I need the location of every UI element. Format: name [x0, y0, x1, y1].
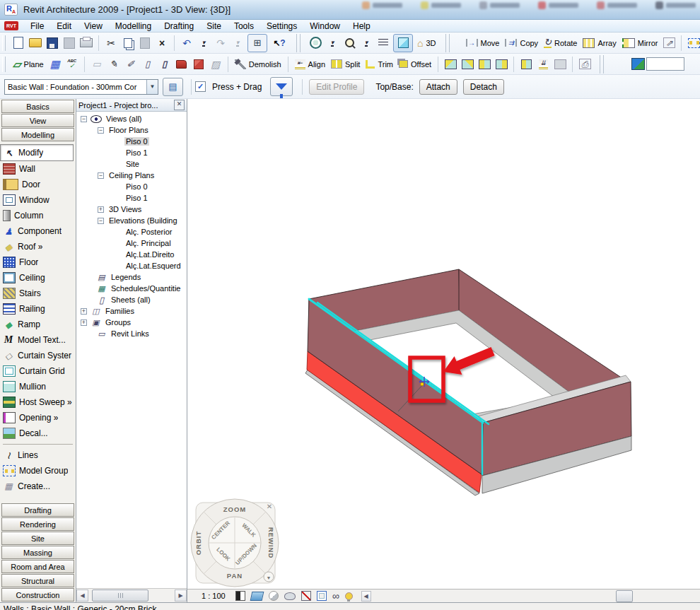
menu-file[interactable]: File [24, 20, 50, 32]
paste-button[interactable] [137, 35, 153, 51]
design-tab-massing[interactable]: Massing [1, 546, 74, 559]
canvas-hscrollbar[interactable]: ◀ [361, 590, 700, 603]
tree-item-piso-1[interactable]: Piso 1 [76, 192, 187, 204]
design-tab-room-and-area[interactable]: Room and Area [1, 560, 74, 573]
default-3d-view-button[interactable] [393, 34, 413, 52]
thin-lines-button[interactable] [375, 35, 391, 51]
project-browser-hscrollbar[interactable]: ◀ ▶ [76, 588, 187, 602]
design-tab-view[interactable]: View [1, 114, 74, 127]
expand-icon[interactable]: + [81, 308, 87, 315]
new-file-button[interactable] [11, 35, 26, 51]
crop-view-icon[interactable] [301, 591, 311, 601]
detach-button[interactable]: Detach [463, 79, 504, 95]
tool-lines[interactable]: Lines [0, 447, 76, 463]
copy-to-clipboard-button[interactable] [120, 35, 136, 51]
press-drag-checkbox[interactable]: ✓ [195, 81, 206, 92]
delete-button[interactable]: × [154, 35, 170, 51]
zoom-button[interactable] [342, 35, 357, 51]
camera-3d-button[interactable]: ⌂3D [417, 38, 436, 48]
tree-item-views-all[interactable]: −Views (all) [76, 113, 187, 124]
menu-drafting[interactable]: Drafting [158, 20, 200, 32]
tree-item-ceiling-plans[interactable]: −Ceiling Plans [76, 170, 187, 181]
toolbar-grip[interactable] [2, 57, 6, 72]
copy-button[interactable]: ⇉Copy [505, 39, 538, 47]
design-tab-construction[interactable]: Construction [1, 588, 74, 602]
tree-item-piso-1[interactable]: Piso 1 [76, 147, 187, 158]
close-icon[interactable]: ✕ [174, 100, 185, 110]
tool-component[interactable]: Component [0, 223, 76, 239]
edit-cut-profile-button[interactable]: ▯ [140, 57, 156, 72]
design-tab-structural[interactable]: Structural [1, 574, 74, 587]
rendering-dialog-icon[interactable] [284, 592, 296, 600]
redo-dropdown[interactable]: ▾ [230, 35, 245, 51]
wall-join-display-button[interactable] [443, 57, 458, 72]
align-button[interactable]: ⇤Align [295, 59, 325, 69]
demolish-button[interactable]: Demolish [235, 59, 281, 69]
expand-icon[interactable]: + [98, 206, 104, 213]
render-region-button[interactable] [630, 57, 646, 72]
tool-stairs[interactable]: Stairs [0, 286, 76, 301]
tree-item-al-lat-esquerd[interactable]: Alç.Lat.Esquerd [76, 260, 187, 271]
chevron-down-icon[interactable]: ▼ [146, 80, 158, 94]
tree-item-revit-links[interactable]: Revit Links [76, 328, 187, 339]
move-button[interactable]: →Move [466, 39, 500, 47]
tree-item-piso-0[interactable]: Piso 0 [76, 181, 187, 192]
design-tab-site[interactable]: Site [1, 532, 74, 545]
scale-button[interactable]: ⇗ [661, 35, 677, 51]
grid-button[interactable]: ▦ [47, 57, 63, 72]
element-properties-button[interactable]: ▤ [163, 78, 183, 96]
tree-item-3d-views[interactable]: +3D Views [76, 204, 187, 215]
tree-item-groups[interactable]: +Groups [76, 317, 187, 328]
design-tab-modelling[interactable]: Modelling [1, 128, 74, 141]
steering-wheel-button[interactable] [308, 35, 323, 51]
tool-modify[interactable]: Modify [0, 144, 74, 161]
tree-item-sheets-all[interactable]: Sheets (all) [76, 294, 187, 305]
match-type-button[interactable]: ✎ [106, 57, 122, 72]
tool-window[interactable]: Window [0, 192, 76, 208]
paint-button[interactable] [174, 57, 189, 72]
tool-curtain-syster[interactable]: Curtain Syster [0, 348, 76, 363]
split-face-button[interactable] [191, 57, 206, 72]
collapse-icon[interactable]: − [81, 116, 87, 122]
tree-item-piso-0[interactable]: Piso 0 [76, 136, 187, 147]
detail-level-icon[interactable] [235, 591, 245, 601]
zoom-dropdown[interactable]: ▾ [358, 35, 374, 51]
wheel-rewind[interactable]: REWIND [267, 527, 275, 559]
project-browser-toggle-button[interactable]: ⊞ [247, 34, 267, 52]
scrollbar-thumb[interactable] [92, 590, 148, 602]
shadows-icon[interactable] [269, 591, 279, 601]
tree-item-al-lat-direito[interactable]: Alç.Lat.Direito [76, 249, 187, 260]
wheel-orbit[interactable]: ORBIT [194, 531, 202, 556]
temporary-hide-isolate-icon[interactable] [332, 590, 339, 602]
tree-item-site[interactable]: Site [76, 158, 187, 170]
design-tab-drafting[interactable]: Drafting [1, 503, 74, 517]
offset-button[interactable]: Offset [399, 60, 431, 69]
tool-ramp[interactable]: Ramp [0, 317, 76, 332]
wheel-close-icon[interactable]: ✕ [267, 503, 272, 510]
mirror-button[interactable]: Mirror [622, 38, 658, 48]
rotate-button[interactable]: ↻Rotate [544, 38, 577, 48]
crop-region-icon[interactable] [317, 591, 327, 601]
model-graphics-style-icon[interactable] [251, 592, 263, 601]
redo-button[interactable]: ↷ [213, 35, 228, 51]
tree-item-al-principal[interactable]: Alç. Principal [76, 237, 187, 249]
design-tab-rendering[interactable]: Rendering [1, 517, 74, 531]
edit-wall-joins-button[interactable]: ▯ [157, 57, 173, 72]
array-button[interactable]: Array [583, 38, 616, 48]
spelling-button[interactable] [64, 57, 80, 72]
linework-button[interactable]: ▨ [208, 57, 223, 72]
scale-control[interactable]: 1 : 100 [202, 592, 226, 600]
render-option-input[interactable] [646, 57, 684, 71]
attach-wall-button[interactable] [518, 57, 534, 72]
3d-viewport[interactable]: ZOOM PAN ORBIT REWIND CENTER WALK LOOK U… [187, 99, 700, 602]
tree-item-schedules-quantitie[interactable]: Schedules/Quantitie [76, 283, 187, 294]
tree-item-legends[interactable]: Legends [76, 271, 187, 283]
menu-window[interactable]: Window [303, 20, 346, 32]
wall-join-display-button-2[interactable] [460, 57, 475, 72]
collapse-icon[interactable]: − [98, 127, 104, 134]
collapse-icon[interactable]: − [98, 172, 104, 179]
design-tab-basics[interactable]: Basics [1, 100, 74, 113]
undo-dropdown[interactable]: ▾ [196, 35, 211, 51]
menu-modelling[interactable]: Modelling [109, 20, 158, 32]
tool-roof[interactable]: Roof » [0, 239, 76, 254]
